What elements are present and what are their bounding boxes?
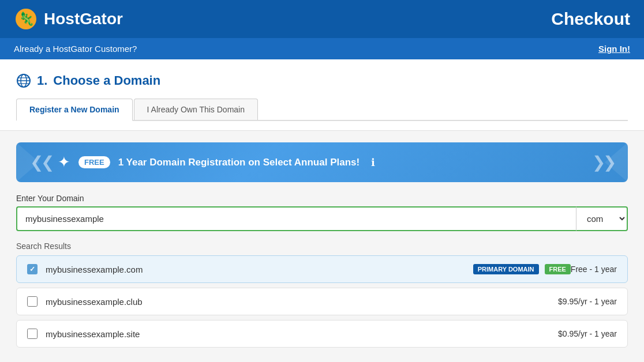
- svg-text:🦎: 🦎: [18, 11, 35, 27]
- sparkle-icon: ✦: [58, 153, 70, 171]
- section-title: 1. Choose a Domain: [16, 73, 628, 88]
- result-price: Free - 1 year: [571, 265, 617, 274]
- promo-text: 1 Year Domain Registration on Select Ann…: [118, 157, 360, 168]
- header-sub: Already a HostGator Customer? Sign In!: [0, 38, 644, 59]
- tabs-container: Register a New Domain I Already Own This…: [16, 99, 628, 121]
- domain-body: ❮❮ ✦ FREE 1 Year Domain Registration on …: [0, 131, 644, 362]
- domain-input[interactable]: [16, 206, 576, 231]
- header-top: 🦎 HostGator Checkout: [0, 0, 644, 38]
- domain-checkbox[interactable]: [27, 329, 38, 339]
- result-domain-name: mybusinessexample.club: [46, 297, 558, 307]
- tab-already-own-domain[interactable]: I Already Own This Domain: [134, 99, 258, 120]
- checkout-label: Checkout: [551, 9, 630, 29]
- customer-prompt: Already a HostGator Customer?: [14, 44, 137, 54]
- info-icon[interactable]: ℹ: [371, 156, 375, 169]
- primary-domain-badge: PRIMARY DOMAIN: [473, 264, 539, 274]
- domain-input-row: com net org info biz: [16, 206, 628, 231]
- promo-arrows-left-icon: ❮❮: [30, 153, 52, 172]
- promo-arrows-right-icon: ❯❯: [592, 153, 614, 172]
- promo-banner: ❮❮ ✦ FREE 1 Year Domain Registration on …: [16, 142, 628, 182]
- logo-text: HostGator: [44, 10, 123, 28]
- table-row: mybusinessexample.com PRIMARY DOMAIN FRE…: [16, 255, 628, 283]
- search-results-label: Search Results: [16, 242, 628, 251]
- table-row: mybusinessexample.site $0.95/yr - 1 year: [16, 320, 628, 348]
- main-content: 1. Choose a Domain Register a New Domain…: [0, 59, 644, 131]
- result-price: $9.95/yr - 1 year: [558, 297, 617, 306]
- result-domain-name: mybusinessexample.com: [46, 265, 467, 274]
- free-domain-badge: FREE: [545, 264, 571, 274]
- domain-checkbox[interactable]: [27, 296, 38, 307]
- result-domain-name: mybusinessexample.site: [46, 329, 558, 339]
- section-number: 1.: [37, 73, 47, 88]
- checked-checkbox-icon[interactable]: [27, 264, 38, 274]
- hostgator-logo-icon: 🦎: [14, 7, 38, 31]
- domain-input-label: Enter Your Domain: [16, 194, 628, 203]
- free-badge: FREE: [78, 156, 110, 168]
- tab-register-new-domain[interactable]: Register a New Domain: [16, 99, 133, 121]
- globe-icon: [16, 73, 31, 88]
- table-row: mybusinessexample.club $9.95/yr - 1 year: [16, 288, 628, 315]
- tld-select[interactable]: com net org info biz: [576, 206, 628, 231]
- sign-in-link[interactable]: Sign In!: [598, 44, 630, 54]
- logo-area: 🦎 HostGator: [14, 7, 123, 31]
- result-price: $0.95/yr - 1 year: [558, 329, 617, 338]
- section-heading: Choose a Domain: [53, 73, 160, 88]
